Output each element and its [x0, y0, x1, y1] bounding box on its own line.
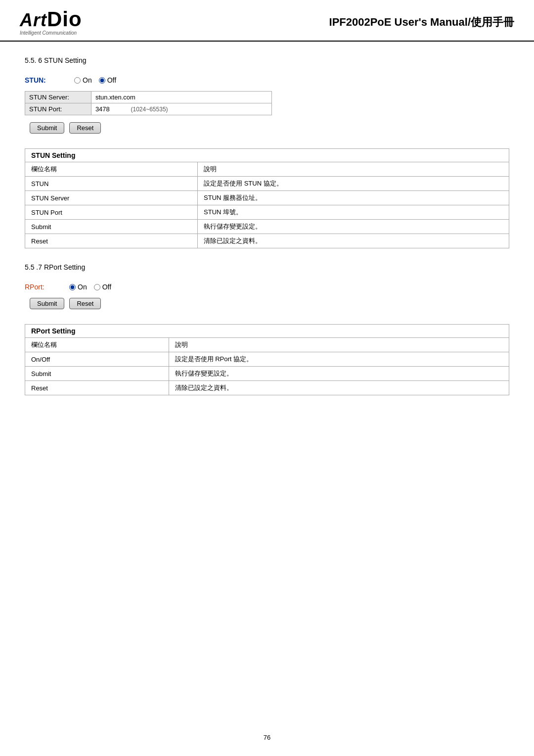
- stun-table-col2-header: 說明: [198, 162, 509, 177]
- main-content: 5.5. 6 STUN Setting STUN: On Off STUN Se…: [0, 47, 534, 430]
- rport-on-radio[interactable]: [69, 284, 76, 290]
- stun-port-row: STUN Port: (1024~65535): [25, 103, 272, 115]
- stun-off-radio[interactable]: [99, 77, 105, 84]
- stun-on-label: On: [83, 76, 92, 84]
- stun-off-label: Off: [107, 76, 116, 84]
- stun-row2-field: STUN Server: [25, 191, 198, 205]
- stun-section-heading: 5.5. 6 STUN Setting: [25, 56, 509, 64]
- stun-on-radio-label[interactable]: On: [74, 76, 92, 84]
- rport-reset-button[interactable]: Reset: [69, 298, 101, 309]
- stun-table-header-row: 欄位名稱 說明: [25, 162, 509, 177]
- stun-table-title: STUN Setting: [25, 149, 509, 162]
- page-number: 76: [264, 734, 270, 741]
- rport-on-label: On: [78, 283, 87, 291]
- rport-form: RPort: On Off Submit Reset: [25, 278, 509, 314]
- table-row: STUN Port STUN 埠號。: [25, 205, 509, 220]
- stun-row3-desc: STUN 埠號。: [198, 205, 509, 220]
- stun-server-cell-value: [91, 92, 271, 103]
- logo-text: ArtDio: [20, 9, 82, 30]
- table-row: Submit 執行儲存變更設定。: [25, 220, 509, 234]
- stun-row2-desc: STUN 服務器位址。: [198, 191, 509, 205]
- logo: ArtDio Intelligent Communication: [20, 9, 82, 36]
- stun-form: STUN: On Off STUN Server:: [25, 71, 509, 139]
- stun-row4-field: Submit: [25, 220, 198, 234]
- rport-off-radio[interactable]: [94, 284, 100, 290]
- rport-submit-button[interactable]: Submit: [30, 298, 64, 309]
- rport-table-title: RPort Setting: [25, 325, 509, 338]
- stun-radio-group: On Off: [74, 76, 116, 84]
- stun-desc-table: STUN Setting 欄位名稱 說明 STUN 設定是否使用 STUN 協定…: [25, 148, 509, 248]
- stun-port-input[interactable]: [95, 105, 125, 113]
- rport-row3-desc: 清除已設定之資料。: [169, 381, 509, 395]
- rport-button-row: Submit Reset: [30, 298, 509, 309]
- rport-table-header-row: 欄位名稱 說明: [25, 338, 509, 352]
- logo-subtitle: Intelligent Communication: [20, 31, 82, 36]
- stun-input-table: STUN Server: STUN Port: (1024~65535): [25, 91, 272, 115]
- stun-port-cell-value: (1024~65535): [91, 103, 271, 115]
- stun-submit-button[interactable]: Submit: [30, 122, 64, 134]
- table-row: Reset 清除已設定之資料。: [25, 234, 509, 248]
- rport-table-title-row: RPort Setting: [25, 325, 509, 338]
- stun-row5-desc: 清除已設定之資料。: [198, 234, 509, 248]
- table-row: On/Off 設定是否使用 RPort 協定。: [25, 352, 509, 367]
- table-row: STUN 設定是否使用 STUN 協定。: [25, 177, 509, 191]
- stun-row3-field: STUN Port: [25, 205, 198, 220]
- rport-off-radio-label[interactable]: Off: [94, 283, 111, 291]
- stun-table-col1-header: 欄位名稱: [25, 162, 198, 177]
- stun-server-cell-label: STUN Server:: [25, 92, 91, 103]
- stun-table-title-row: STUN Setting: [25, 149, 509, 162]
- stun-reset-button[interactable]: Reset: [69, 122, 101, 134]
- stun-off-radio-label[interactable]: Off: [99, 76, 116, 84]
- rport-field-label: RPort:: [25, 283, 69, 291]
- stun-field-label: STUN:: [25, 76, 69, 84]
- rport-table-col2-header: 說明: [169, 338, 509, 352]
- page-header: ArtDio Intelligent Communication IPF2002…: [0, 0, 534, 42]
- rport-row3-field: Reset: [25, 381, 169, 395]
- stun-port-cell-label: STUN Port:: [25, 103, 91, 115]
- page-title: IPF2002PoE User's Manual/使用手冊: [329, 15, 514, 30]
- table-row: STUN Server STUN 服務器位址。: [25, 191, 509, 205]
- rport-off-label: Off: [102, 283, 111, 291]
- stun-radio-row: STUN: On Off: [25, 76, 509, 84]
- table-row: Reset 清除已設定之資料。: [25, 381, 509, 395]
- rport-radio-group: On Off: [69, 283, 111, 291]
- rport-row2-desc: 執行儲存變更設定。: [169, 367, 509, 381]
- stun-row5-field: Reset: [25, 234, 198, 248]
- stun-row1-desc: 設定是否使用 STUN 協定。: [198, 177, 509, 191]
- rport-row1-desc: 設定是否使用 RPort 協定。: [169, 352, 509, 367]
- stun-button-row: Submit Reset: [30, 122, 509, 134]
- rport-section-heading: 5.5 .7 RPort Setting: [25, 263, 509, 271]
- rport-desc-table: RPort Setting 欄位名稱 說明 On/Off 設定是否使用 RPor…: [25, 324, 509, 395]
- stun-server-row: STUN Server:: [25, 92, 272, 103]
- rport-table-col1-header: 欄位名稱: [25, 338, 169, 352]
- stun-row4-desc: 執行儲存變更設定。: [198, 220, 509, 234]
- rport-row2-field: Submit: [25, 367, 169, 381]
- stun-port-hint: (1024~65535): [131, 106, 168, 113]
- rport-radio-row: RPort: On Off: [25, 283, 509, 291]
- stun-server-input[interactable]: [95, 94, 184, 101]
- stun-on-radio[interactable]: [74, 77, 81, 84]
- stun-row1-field: STUN: [25, 177, 198, 191]
- rport-on-radio-label[interactable]: On: [69, 283, 87, 291]
- rport-row1-field: On/Off: [25, 352, 169, 367]
- table-row: Submit 執行儲存變更設定。: [25, 367, 509, 381]
